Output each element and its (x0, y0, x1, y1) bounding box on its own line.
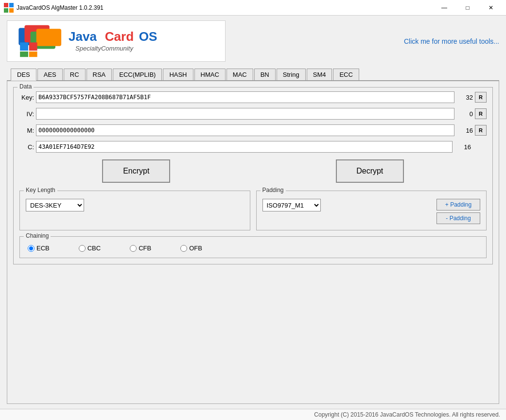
minimize-button[interactable]: — (433, 0, 455, 16)
header-row: Java Card OS SpecialtyCommunity Click me… (7, 20, 499, 62)
remove-padding-button[interactable]: - Padding (436, 212, 480, 224)
padding-group: Padding ISO9797_M1NoPaddingISO9797_M2PKC… (256, 191, 487, 230)
svg-text:SpecialtyCommunity: SpecialtyCommunity (75, 45, 134, 52)
key-random-button[interactable]: R (475, 92, 487, 103)
c-row: C: 16 (19, 141, 487, 153)
svg-text:OS: OS (139, 29, 157, 43)
chaining-group: Chaining ECBCBCCFBOFB (19, 236, 487, 258)
window-controls: — □ ✕ (433, 0, 502, 16)
svg-rect-3 (9, 8, 14, 13)
svg-rect-11 (29, 52, 37, 57)
tab-hash[interactable]: HASH (163, 69, 193, 80)
c-input[interactable] (36, 141, 453, 153)
key-length-group: Key Length DES-3KEYDESDES-2KEY (19, 191, 250, 230)
tab-rsa[interactable]: RSA (87, 69, 112, 80)
data-group-title: Data (17, 83, 34, 90)
svg-rect-8 (20, 42, 28, 51)
close-button[interactable]: ✕ (480, 0, 502, 16)
padding-buttons-area: + Padding - Padding (436, 199, 480, 224)
chaining-cfb[interactable]: CFB (130, 245, 151, 252)
svg-text:Card: Card (105, 29, 134, 43)
svg-rect-7 (36, 29, 61, 46)
app-title: JavaCardOS AlgMaster 1.0.2.391 (17, 4, 433, 11)
app-body: Java Card OS SpecialtyCommunity Click me… (0, 16, 506, 409)
add-padding-button[interactable]: + Padding (436, 199, 480, 210)
c-count: 16 (455, 143, 471, 151)
app-icon (4, 3, 14, 13)
tab-ecc-mplib-[interactable]: ECC(MPLIB) (113, 69, 162, 80)
tab-sm4[interactable]: SM4 (307, 69, 332, 80)
encrypt-button[interactable]: Encrypt (102, 159, 170, 183)
svg-rect-10 (20, 52, 28, 57)
copyright-text: Copyright (C) 2015-2016 JavaCardOS Techn… (314, 411, 500, 418)
tab-rc[interactable]: RC (64, 69, 86, 80)
content-panel: Data Key: 32 R IV: 0 R M: (7, 81, 499, 404)
svg-rect-2 (4, 8, 8, 13)
iv-label: IV: (19, 110, 34, 118)
tab-ecc[interactable]: ECC (333, 69, 359, 80)
padding-select[interactable]: ISO9797_M1NoPaddingISO9797_M2PKCS5 (262, 199, 321, 211)
svg-rect-1 (9, 3, 14, 7)
padding-title: Padding (261, 187, 286, 193)
m-random-button[interactable]: R (475, 125, 487, 136)
options-row: Key Length DES-3KEYDESDES-2KEY Padding (19, 191, 487, 230)
data-group: Data Key: 32 R IV: 0 R M: (13, 87, 493, 264)
titlebar: JavaCardOS AlgMaster 1.0.2.391 — □ ✕ (0, 0, 506, 16)
logo-container: Java Card OS SpecialtyCommunity (7, 20, 226, 62)
chaining-ofb[interactable]: OFB (180, 245, 202, 252)
tab-hmac[interactable]: HMAC (194, 69, 226, 80)
chaining-radio-ofb[interactable] (180, 245, 187, 252)
c-label: C: (19, 143, 34, 151)
footer: Copyright (C) 2015-2016 JavaCardOS Techn… (0, 409, 506, 420)
action-buttons: Encrypt Decrypt (19, 158, 487, 185)
tab-bn[interactable]: BN (254, 69, 276, 80)
m-count: 16 (457, 127, 473, 134)
chaining-radio-cbc[interactable] (79, 245, 86, 252)
iv-count: 0 (457, 110, 473, 118)
key-row: Key: 32 R (19, 91, 487, 103)
svg-text:Java: Java (69, 29, 97, 43)
tab-string[interactable]: String (277, 69, 306, 80)
decrypt-button[interactable]: Decrypt (336, 159, 404, 183)
iv-random-button[interactable]: R (475, 108, 487, 119)
svg-rect-0 (4, 3, 8, 7)
chaining-ecb[interactable]: ECB (28, 245, 50, 252)
key-length-title: Key Length (24, 187, 57, 193)
key-input[interactable] (36, 91, 454, 103)
m-input[interactable] (36, 124, 454, 136)
iv-row: IV: 0 R (19, 108, 487, 120)
tabs-container: DESAESRCRSAECC(MPLIB)HASHHMACMACBNString… (7, 69, 499, 81)
padding-select-container: ISO9797_M1NoPaddingISO9797_M2PKCS5 (262, 199, 431, 211)
m-label: M: (19, 127, 34, 134)
svg-rect-9 (29, 42, 37, 51)
tab-aes[interactable]: AES (37, 69, 63, 80)
logo-svg: Java Card OS SpecialtyCommunity (14, 24, 218, 58)
chaining-cbc[interactable]: CBC (79, 245, 101, 252)
chaining-radio-cfb[interactable] (130, 245, 137, 252)
useful-tools-link[interactable]: Click me for more useful tools... (404, 37, 499, 45)
key-length-select-container: DES-3KEYDESDES-2KEY (26, 199, 244, 211)
iv-input[interactable] (36, 108, 454, 120)
chaining-radio-row: ECBCBCCFBOFB (28, 245, 478, 252)
maximize-button[interactable]: □ (456, 0, 479, 16)
chaining-radio-ecb[interactable] (28, 245, 35, 252)
chaining-title: Chaining (24, 232, 51, 239)
key-length-select[interactable]: DES-3KEYDESDES-2KEY (26, 199, 84, 211)
tab-des[interactable]: DES (11, 69, 36, 81)
key-label: Key: (19, 94, 34, 101)
m-row: M: 16 R (19, 124, 487, 136)
padding-select-area: ISO9797_M1NoPaddingISO9797_M2PKCS5 (262, 195, 431, 211)
key-count: 32 (457, 94, 473, 101)
tab-mac[interactable]: MAC (227, 69, 253, 80)
